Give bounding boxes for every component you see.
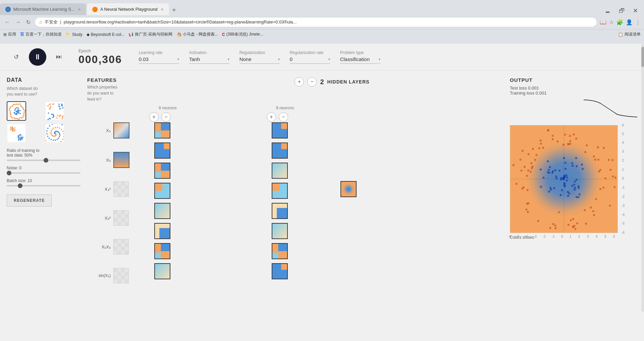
noise-slider-track [7, 172, 80, 174]
feature-x1-node[interactable] [113, 122, 129, 138]
dataset-gaussian[interactable] [7, 123, 26, 143]
profile-icon[interactable]: 👤 [626, 19, 633, 25]
reg-rate-select[interactable]: 0 ▾ [290, 56, 330, 64]
bookmark-study[interactable]: 📁 Study [66, 32, 83, 37]
feature-x1sq-row: X₁² [97, 181, 129, 197]
layer1-neuron-4[interactable] [154, 203, 170, 219]
dataset-circle[interactable] [7, 101, 26, 121]
address-bar[interactable]: ⚠ 不安全 | playground.tensorflow.org/#activ… [35, 17, 597, 27]
ratio-slider-thumb[interactable] [44, 158, 48, 163]
tab-tensorflow[interactable]: A Neural Network Playground × [87, 3, 169, 15]
reset-button[interactable]: ↺ [10, 51, 22, 63]
scrollbar-thumb[interactable] [641, 47, 644, 67]
output-neuron[interactable] [340, 181, 357, 197]
layer2-neuron-6[interactable] [272, 243, 288, 259]
bookmark-csdn[interactable]: C (388条消息) Jmete... [222, 32, 263, 37]
scrollbar-vertical[interactable] [641, 44, 644, 312]
close-icon[interactable]: ✕ [630, 6, 641, 15]
remove-layer1-neuron-button[interactable]: − [161, 112, 171, 122]
bookmark-xiaoma[interactable]: 🐴 小马盘 - 网盘搜索... [176, 32, 218, 37]
bookmark-apps[interactable]: ⊞ 应用 [3, 32, 16, 37]
feature-sinx1-node[interactable] [113, 268, 129, 283]
y-axis-m5: -5 [622, 222, 625, 225]
batch-slider-thumb[interactable] [18, 183, 22, 188]
hidden-layers-controls: + − 2 HIDDEN LAYERS [294, 77, 369, 87]
layer1-neuron-6[interactable] [154, 243, 170, 259]
y-axis-m3: -3 [622, 204, 625, 208]
dataset-spiral[interactable] [45, 123, 64, 143]
pause-button[interactable]: ⏸ [29, 48, 46, 66]
output-panel: OUTPUT Test loss 0.001 Training loss 0.0… [510, 77, 637, 334]
bookmark-beyondsoft[interactable]: ◆ Beyondsoft E-col... [87, 32, 125, 37]
add-layer2-neuron-button[interactable]: + [267, 112, 276, 122]
window-controls: 🗕 🗗 ✕ [602, 6, 644, 15]
learning-rate-select[interactable]: 0.03 ▾ [139, 56, 179, 64]
tab-close-ml[interactable]: × [78, 7, 81, 12]
layer2-neuron-0[interactable] [272, 122, 288, 138]
x-axis-m1: -1 [552, 235, 555, 238]
extensions-icon[interactable]: 🧩 [616, 19, 623, 25]
noise-slider-thumb[interactable] [7, 171, 11, 175]
reader-mode-icon[interactable]: 📖 [600, 19, 606, 25]
feature-x2-label: X₂ [97, 158, 111, 163]
feature-x2-node[interactable] [113, 152, 129, 168]
tab-add-button[interactable]: + [169, 5, 179, 15]
batch-label: Batch size: 10 [7, 178, 80, 183]
learning-rate-value: 0.03 [139, 56, 149, 62]
remove-layer2-neuron-button[interactable]: − [279, 112, 288, 122]
problem-type-select[interactable]: Classification ▾ [340, 56, 380, 64]
y-axis-3: 3 [622, 150, 624, 153]
learning-rate-arrow: ▾ [177, 57, 179, 61]
layer1-neuron-3[interactable] [154, 183, 170, 199]
bookmark-reader[interactable]: 📋 阅读清单 [618, 32, 641, 37]
layer2-neuron-2[interactable] [272, 163, 288, 179]
dataset-xor[interactable] [45, 101, 64, 121]
activation-select[interactable]: Tanh ▾ [189, 56, 229, 64]
output-title: OUTPUT [510, 77, 637, 83]
minimize-icon[interactable]: 🗕 [602, 7, 613, 15]
add-layer1-neuron-button[interactable]: + [149, 112, 159, 122]
dataset-xor-preview [46, 102, 64, 121]
layer2-neuron-1[interactable] [272, 143, 288, 159]
ad-icon: 📢 [128, 32, 133, 37]
step-button[interactable]: ⏭ [53, 51, 65, 63]
activation-label: Activation [189, 50, 229, 55]
x-axis-5: 5 [604, 235, 606, 238]
tab-microsoft-ml[interactable]: Microsoft Machine Learning S... × [0, 3, 86, 15]
refresh-button[interactable]: ↻ [25, 18, 32, 27]
tab-close-tf[interactable]: × [161, 7, 164, 12]
layer1-neuron-5[interactable] [154, 223, 170, 239]
x-axis-m4: -4 [525, 235, 528, 238]
csdn-label: (388条消息) Jmete... [226, 32, 263, 37]
feature-x1sq-node[interactable] [113, 181, 129, 197]
layer2-neuron-7[interactable] [272, 263, 288, 279]
problem-type-arrow: ▾ [379, 57, 380, 61]
feature-x1sq-label: X₁² [97, 187, 111, 192]
maximize-icon[interactable]: 🗗 [616, 7, 628, 15]
layer1-neuron-2[interactable] [154, 163, 170, 179]
menu-icon[interactable]: ⋮ [635, 19, 641, 25]
add-layer-button[interactable]: + [294, 77, 304, 87]
layer1-neuron-0[interactable] [154, 122, 170, 138]
xiaoma-icon: 🐴 [176, 32, 181, 37]
forward-button[interactable]: → [14, 18, 22, 26]
bookmark-baidu[interactable]: 百 百度一下，你就知道 [20, 32, 62, 37]
problem-type-label: Problem type [340, 50, 380, 55]
remove-layer-button[interactable]: − [307, 77, 317, 87]
reg-rate-value: 0 [290, 56, 292, 62]
feature-x2sq-node[interactable] [113, 210, 129, 226]
regularization-select[interactable]: None ▾ [239, 56, 280, 64]
tab-label-ml: Microsoft Machine Learning S... [13, 7, 75, 12]
regenerate-button[interactable]: REGENERATE [7, 194, 52, 207]
layer2-neuron-4[interactable] [272, 203, 288, 219]
feature-x1x2-node[interactable] [113, 239, 129, 254]
feature-sinx1-row: sin(X₁) [97, 268, 129, 283]
layer1-neuron-1[interactable] [154, 143, 170, 159]
bookmark-icon[interactable]: ☆ [609, 19, 614, 25]
layer2-neuron-5[interactable] [272, 223, 288, 239]
layer2-neuron-3[interactable] [272, 183, 288, 199]
layer1-neuron-7[interactable] [154, 263, 170, 279]
back-button[interactable]: ← [3, 18, 11, 26]
bookmark-ad[interactable]: 📢 推广页-采购与招标网 [128, 32, 172, 37]
features-title: FEATURES [87, 77, 161, 83]
